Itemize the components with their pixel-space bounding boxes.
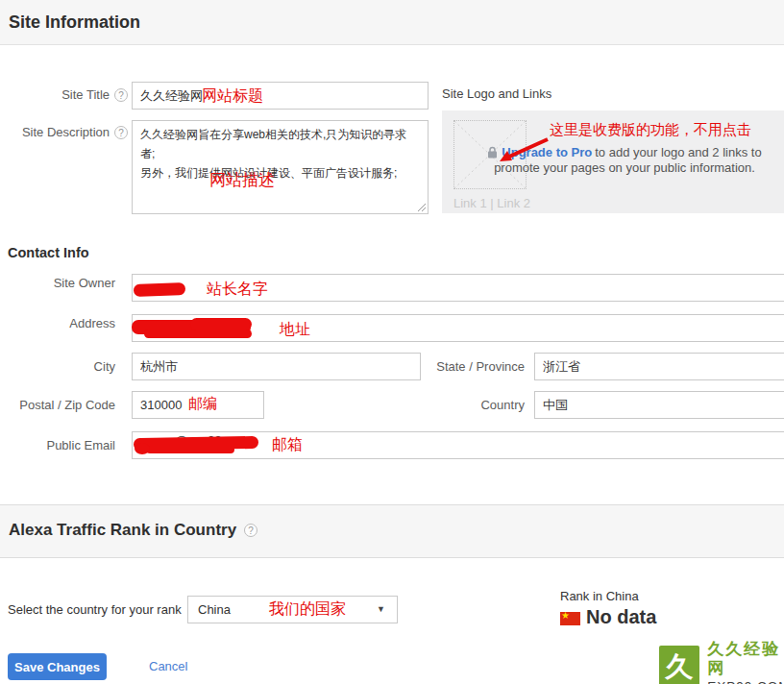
logo-square-icon: 久: [659, 646, 699, 684]
site-title-label: Site Title: [61, 87, 110, 102]
redaction-mark: [135, 443, 150, 454]
alexa-rank-heading-row: Alexa Traffic Rank in Country ?: [9, 521, 257, 540]
help-icon[interactable]: ?: [114, 126, 128, 139]
city-label-row: City: [0, 359, 115, 374]
state-province-label: State / Province: [436, 359, 525, 374]
address-label-row: Address: [0, 316, 115, 330]
site-logo-links-label: Site Logo and Links: [442, 86, 551, 101]
site-owner-label-row: Site Owner: [0, 276, 115, 290]
site-owner-label: Site Owner: [54, 276, 115, 290]
country-rank-select-label: Select the country for your rank: [8, 602, 182, 617]
site-description-label-row: Site Description ?: [0, 125, 128, 139]
rank-in-country-label: Rank in China: [560, 589, 639, 603]
site-description-textarea[interactable]: 久久经验网旨在分享web相关的技术,只为知识的寻求者; 另外，我们提供网站设计建…: [132, 120, 429, 214]
redaction-mark: [190, 318, 252, 330]
help-icon[interactable]: ?: [114, 88, 128, 102]
selected-country-value: China: [198, 597, 231, 623]
alexa-rank-heading: Alexa Traffic Rank in Country: [9, 521, 236, 540]
cancel-link[interactable]: Cancel: [149, 659, 187, 673]
country-input[interactable]: [534, 391, 784, 419]
site-settings-page: Site Information Site Title ? 网站标题 Site …: [0, 0, 784, 684]
address-label: Address: [69, 316, 115, 330]
postal-label-row: Postal / Zip Code: [0, 398, 115, 412]
site-title-label-row: Site Title ?: [0, 87, 128, 102]
site-watermark-logo: 久 久久经验网 EXP99.COM: [659, 640, 784, 684]
redaction-mark: [144, 330, 252, 338]
site-description-label: Site Description: [22, 125, 110, 139]
save-changes-button[interactable]: Save Changes: [8, 653, 107, 680]
red-arrow-icon: [492, 134, 553, 167]
redaction-mark: [146, 446, 234, 453]
annotation-postal-code: 邮编: [188, 395, 217, 413]
state-province-input[interactable]: [534, 353, 784, 380]
contact-info-heading: Contact Info: [8, 245, 89, 260]
country-label-row: Country: [404, 398, 525, 412]
china-flag-icon: ★: [560, 612, 580, 625]
rank-value: No data: [586, 606, 656, 628]
link-slots-placeholder: Link 1 | Link 2: [453, 196, 530, 210]
help-icon[interactable]: ?: [244, 524, 257, 537]
annotation-site-description: 网站描述: [209, 169, 275, 191]
annotation-site-title: 网站标题: [202, 86, 263, 107]
annotation-site-owner: 站长名字: [207, 280, 268, 300]
state-label-row: State / Province: [404, 359, 525, 374]
annotation-upgrade-warning: 这里是收费版的功能，不用点击: [550, 121, 751, 139]
page-title: Site Information: [9, 12, 140, 33]
postal-code-label: Postal / Zip Code: [19, 398, 115, 412]
city-input[interactable]: [132, 353, 421, 380]
redaction-mark: [134, 282, 185, 297]
site-title-input[interactable]: [132, 82, 429, 110]
logo-text-block: 久久经验网 EXP99.COM: [707, 640, 784, 684]
annotation-address: 地址: [280, 320, 310, 340]
city-label: City: [94, 359, 115, 374]
logo-domain: EXP99.COM: [707, 678, 784, 684]
logo-site-name: 久久经验网: [707, 640, 784, 678]
public-email-label: Public Email: [46, 438, 115, 452]
country-label: Country: [480, 398, 525, 412]
flag-star-icon: ★: [561, 609, 570, 623]
email-label-row: Public Email: [0, 438, 115, 452]
annotation-country-select: 我们的国家: [269, 599, 346, 620]
chevron-down-icon: ▼: [377, 597, 385, 623]
annotation-public-email: 邮箱: [272, 435, 303, 455]
